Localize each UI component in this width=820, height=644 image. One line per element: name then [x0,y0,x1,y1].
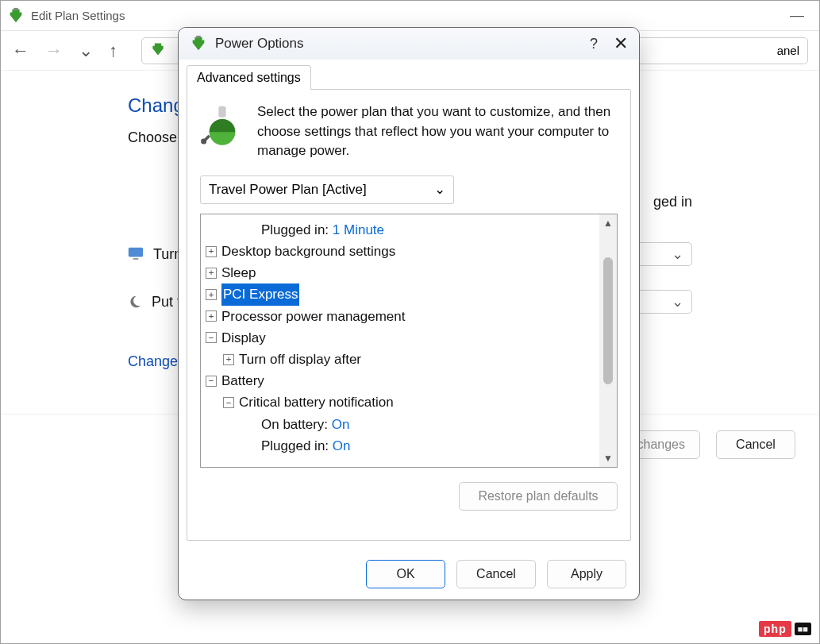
cancel-button[interactable]: Cancel [716,430,795,459]
history-dropdown-icon[interactable]: ⌄ [79,40,93,61]
power-plan-icon [200,102,244,147]
dialog-cancel-button[interactable]: Cancel [456,560,536,588]
moon-icon [128,295,142,309]
tree-pci-express[interactable]: +PCI Express [204,283,596,305]
chevron-down-icon: ⌄ [434,181,445,198]
scroll-down-icon[interactable]: ▼ [603,453,613,464]
tree-value[interactable]: On [332,414,350,435]
tree-processor-power[interactable]: +Processor power management [204,306,596,327]
tree-turn-off-display-after[interactable]: +Turn off display after [204,349,596,370]
svg-rect-0 [13,7,18,10]
power-options-dialog: Power Options ? ✕ Advanced settings Sele… [178,27,640,600]
php-badge: php [759,621,791,637]
settings-tree: Plugged in: 1 Minute +Desktop background… [200,214,618,468]
parent-window-title: Edit Plan Settings [31,9,781,22]
help-icon[interactable]: ? [590,36,598,52]
tree-label: Plugged in: [261,219,329,241]
svg-rect-2 [133,258,139,260]
battery-plug-icon [7,7,25,25]
tree-desktop-background[interactable]: +Desktop background settings [204,241,596,262]
parent-window: Edit Plan Settings — ← → ⌄ ↑ anel Change… [0,0,820,644]
svg-point-6 [201,139,206,145]
power-plan-value: Travel Power Plan [Active] [209,182,367,198]
minimize-icon[interactable]: — [781,7,813,24]
up-icon[interactable]: ↑ [109,40,117,61]
breadcrumb-battery-icon [150,41,166,60]
cn-badge: ■■ [795,623,811,635]
tree-critical-battery-notification[interactable]: −Critical battery notification [204,391,596,413]
close-icon[interactable]: ✕ [614,33,628,54]
tree-plugged-in-battery[interactable]: Plugged in: On [204,435,596,457]
dialog-tabs: Advanced settings [179,60,639,89]
tree-scrollbar[interactable]: ▲ ▼ [599,214,617,467]
tree-display[interactable]: −Display [204,327,596,349]
svg-rect-5 [218,106,225,118]
back-icon[interactable]: ← [12,40,29,61]
restore-defaults-button[interactable]: Restore plan defaults [459,482,618,511]
battery-plug-icon [190,35,207,52]
tree-value[interactable]: 1 Minute [333,219,384,241]
monitor-icon [128,247,144,261]
column-plugged-in: ged in [653,194,692,210]
scroll-up-icon[interactable]: ▲ [603,218,613,229]
svg-rect-3 [196,36,201,38]
dialog-description: Select the power plan that you want to c… [257,102,618,161]
breadcrumb-text: anel [777,44,799,57]
scroll-thumb[interactable] [603,257,613,384]
tree-battery[interactable]: −Battery [204,370,596,391]
svg-rect-1 [129,248,143,257]
dialog-title: Power Options [215,36,590,52]
scroll-track[interactable] [602,229,614,453]
forward-icon: → [45,40,63,61]
tree-sleep[interactable]: +Sleep [204,262,596,283]
dialog-footer: OK Cancel Apply [179,549,639,600]
apply-button[interactable]: Apply [547,560,626,588]
watermark: php ■■ [759,621,811,637]
tree-value[interactable]: On [333,435,351,457]
dialog-titlebar: Power Options ? ✕ [179,28,639,60]
ok-button[interactable]: OK [366,560,445,588]
power-plan-select[interactable]: Travel Power Plan [Active] ⌄ [200,175,454,204]
tab-advanced-settings[interactable]: Advanced settings [187,65,311,90]
tree-on-battery[interactable]: On battery: On [204,414,596,435]
tree-plugged-in-hdd[interactable]: Plugged in: 1 Minute [204,219,596,241]
dialog-body: Select the power plan that you want to c… [187,89,631,541]
